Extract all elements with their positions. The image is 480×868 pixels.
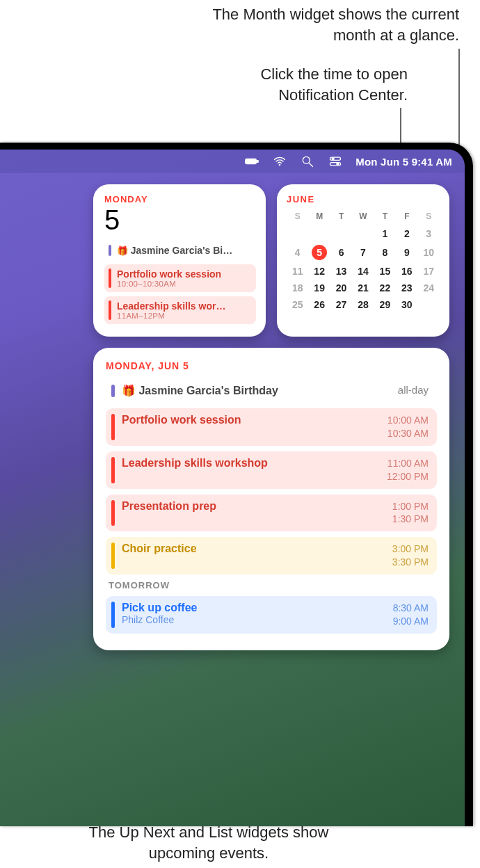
event-color-bar	[111, 602, 115, 628]
month-day-cell[interactable]: 22	[374, 280, 396, 296]
desktop-wallpaper: Mon Jun 5 9:41 AM MONDAY 5 🎁 Jasmine Gar…	[0, 150, 465, 826]
month-grid: SMTWTFS 12345678910111213141516171819202…	[287, 210, 440, 313]
list-event[interactable]: 🎁 Jasmine Garcia's Birthdayall-day	[106, 378, 437, 403]
event-title: 🎁 Jasmine Garcia's Birthday	[122, 384, 391, 397]
event-title: Portfolio work session	[122, 414, 381, 426]
month-day-cell	[418, 296, 440, 313]
month-dow-cell: W	[352, 210, 374, 225]
month-day-cell[interactable]: 30	[396, 296, 417, 313]
callout-clock: Click the time to open Notification Cent…	[185, 64, 408, 105]
month-day-cell[interactable]: 14	[352, 263, 374, 280]
month-day-cell[interactable]: 7	[352, 242, 374, 263]
month-day-cell	[287, 225, 308, 242]
month-day-cell[interactable]: 28	[352, 296, 374, 313]
widget-list[interactable]: MONDAY, JUN 5 🎁 Jasmine Garcia's Birthda…	[93, 348, 449, 650]
month-dow-cell: T	[374, 210, 396, 225]
month-day-cell[interactable]: 16	[396, 263, 417, 280]
month-dow-cell: S	[418, 210, 440, 225]
month-day-cell[interactable]: 24	[418, 280, 440, 296]
list-event[interactable]: Presentation prep1:00 PM1:30 PM	[106, 495, 437, 532]
list-event[interactable]: Pick up coffeePhilz Coffee8:30 AM9:00 AM	[106, 596, 437, 634]
list-event[interactable]: Portfolio work session10:00 AM10:30 AM	[106, 408, 437, 446]
svg-point-11	[337, 163, 339, 166]
month-day-cell[interactable]: 23	[396, 280, 417, 296]
event-time: 8:30 AM9:00 AM	[393, 602, 429, 628]
month-day-cell[interactable]: 1	[374, 225, 396, 242]
month-day-cell[interactable]: 11	[287, 263, 308, 280]
upnext-event[interactable]: Portfolio work session10:00–10:30AM	[104, 264, 256, 292]
event-time: 11:00 AM12:00 PM	[387, 457, 429, 483]
event-title: Presentation prep	[122, 500, 385, 513]
menubar-clock[interactable]: Mon Jun 5 9:41 AM	[355, 156, 452, 168]
event-title: Portfolio work session	[117, 268, 250, 280]
event-time: all-day	[398, 384, 429, 397]
widget-month[interactable]: JUNE SMTWTFS 123456789101112131415161718…	[277, 184, 449, 337]
month-day-cell[interactable]: 26	[308, 296, 330, 313]
widget-up-next[interactable]: MONDAY 5 🎁 Jasmine Garcia's Bi…Portfolio…	[93, 184, 266, 337]
event-color-bar	[111, 542, 115, 569]
event-color-bar	[111, 500, 115, 527]
upnext-event[interactable]: 🎁 Jasmine Garcia's Bi…	[104, 241, 256, 260]
event-color-bar	[111, 414, 115, 440]
month-day-cell[interactable]: 9	[396, 242, 417, 263]
month-day-cell[interactable]: 27	[330, 296, 352, 313]
svg-line-7	[310, 163, 313, 167]
month-day-cell[interactable]: 15	[374, 263, 396, 280]
month-day-selected[interactable]: 5	[308, 242, 330, 263]
callout-list-widget: The Up Next and List widgets show upcomi…	[67, 822, 351, 863]
event-title: 🎁 Jasmine Garcia's Bi…	[117, 245, 250, 256]
month-day-cell[interactable]: 6	[330, 242, 352, 263]
event-color-bar	[111, 385, 115, 397]
list-section-tomorrow: TOMORROW	[109, 580, 437, 590]
month-day-cell	[352, 225, 374, 242]
month-day-cell[interactable]: 21	[352, 280, 374, 296]
upnext-day-number: 5	[104, 206, 256, 234]
month-day-cell[interactable]: 17	[418, 263, 440, 280]
svg-point-6	[303, 156, 310, 163]
gift-icon: 🎁	[122, 385, 138, 396]
event-time: 11AM–12PM	[117, 312, 250, 320]
list-event[interactable]: Choir practice3:00 PM3:30 PM	[106, 537, 437, 574]
event-time: 1:00 PM1:30 PM	[392, 500, 429, 527]
event-time: 3:00 PM3:30 PM	[392, 542, 429, 569]
month-day-cell[interactable]: 4	[287, 242, 308, 263]
month-day-cell[interactable]: 10	[418, 242, 440, 263]
month-day-cell[interactable]: 3	[418, 225, 440, 242]
list-event[interactable]: Leadership skills workshop11:00 AM12:00 …	[106, 451, 437, 489]
event-color-bar	[111, 457, 115, 483]
control-center-icon[interactable]	[328, 154, 343, 169]
battery-icon[interactable]	[244, 154, 259, 169]
month-dow-cell: T	[330, 210, 352, 225]
event-time: 10:00–10:30AM	[117, 280, 250, 288]
list-date-header: MONDAY, JUN 5	[106, 360, 437, 371]
month-day-cell[interactable]: 20	[330, 280, 352, 296]
event-time: 10:00 AM10:30 AM	[387, 414, 429, 440]
month-day-cell[interactable]: 19	[308, 280, 330, 296]
month-day-cell	[308, 225, 330, 242]
month-day-cell	[330, 225, 352, 242]
upnext-weekday: MONDAY	[104, 194, 256, 204]
event-color-bar	[109, 268, 111, 288]
month-day-cell[interactable]: 2	[396, 225, 417, 242]
menu-bar: Mon Jun 5 9:41 AM	[0, 150, 465, 173]
notification-center-widgets: MONDAY 5 🎁 Jasmine Garcia's Bi…Portfolio…	[93, 184, 449, 650]
device-bezel: Mon Jun 5 9:41 AM MONDAY 5 🎁 Jasmine Gar…	[0, 143, 473, 826]
month-day-cell[interactable]: 13	[330, 263, 352, 280]
month-day-cell[interactable]: 25	[287, 296, 308, 313]
event-color-bar	[109, 300, 111, 320]
callout-month-widget: The Month widget shows the current month…	[167, 4, 459, 45]
svg-point-9	[332, 157, 335, 160]
month-day-cell[interactable]: 18	[287, 280, 308, 296]
spotlight-icon[interactable]	[300, 154, 315, 169]
month-dow-cell: S	[287, 210, 308, 225]
upnext-event[interactable]: Leadership skills wor…11AM–12PM	[104, 296, 256, 324]
event-title: Pick up coffee	[122, 602, 386, 614]
event-subtitle: Philz Coffee	[122, 614, 386, 625]
month-day-cell[interactable]: 8	[374, 242, 396, 263]
svg-rect-3	[246, 159, 257, 163]
month-day-cell[interactable]: 29	[374, 296, 396, 313]
event-color-bar	[109, 245, 111, 256]
month-day-cell[interactable]: 12	[308, 263, 330, 280]
wifi-icon[interactable]	[272, 154, 287, 169]
month-dow-cell: F	[396, 210, 417, 225]
